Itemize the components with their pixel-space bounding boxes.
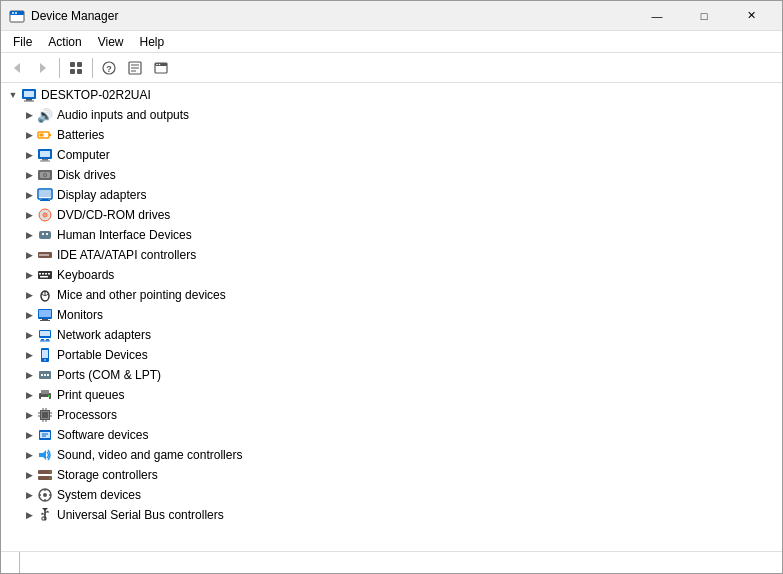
content-area[interactable]: ▼ DESKTOP-02R2UAI ▶ 🔊 Audio input — [1, 83, 782, 551]
list-item[interactable]: ▶ System devices — [1, 485, 782, 505]
menu-action[interactable]: Action — [40, 31, 89, 53]
list-item[interactable]: ▶ Human Interface Devices — [1, 225, 782, 245]
svg-rect-26 — [49, 134, 51, 136]
list-item[interactable]: ▶ Batteries — [1, 125, 782, 145]
label-7: IDE ATA/ATAPI controllers — [57, 248, 196, 262]
list-item[interactable]: ▶ Storage controllers — [1, 465, 782, 485]
icon-audio: 🔊 — [37, 107, 53, 123]
toggle-3[interactable]: ▶ — [21, 167, 37, 183]
icon-monitor — [37, 307, 53, 323]
svg-rect-71 — [42, 350, 48, 358]
list-item[interactable]: ▶ Print queues — [1, 385, 782, 405]
list-item[interactable]: ▶ Portable Devices — [1, 345, 782, 365]
toggle-20[interactable]: ▶ — [21, 507, 37, 523]
toggle-6[interactable]: ▶ — [21, 227, 37, 243]
toggle-8[interactable]: ▶ — [21, 267, 37, 283]
list-item[interactable]: ▶ Mice and other pointing devices — [1, 285, 782, 305]
toggle-12[interactable]: ▶ — [21, 347, 37, 363]
svg-rect-22 — [26, 99, 32, 101]
toggle-4[interactable]: ▶ — [21, 187, 37, 203]
console-button[interactable] — [149, 56, 173, 80]
toggle-2[interactable]: ▶ — [21, 147, 37, 163]
toggle-10[interactable]: ▶ — [21, 307, 37, 323]
list-item[interactable]: ▶ Monitors — [1, 305, 782, 325]
show-all-button[interactable] — [64, 56, 88, 80]
status-bar — [1, 551, 782, 573]
menu-help[interactable]: Help — [132, 31, 173, 53]
svg-rect-57 — [40, 276, 48, 278]
svg-rect-37 — [39, 190, 51, 197]
toggle-15[interactable]: ▶ — [21, 407, 37, 423]
menu-view[interactable]: View — [90, 31, 132, 53]
svg-rect-6 — [70, 62, 75, 67]
properties-button[interactable] — [123, 56, 147, 80]
toggle-7[interactable]: ▶ — [21, 247, 37, 263]
label-4: Display adapters — [57, 188, 146, 202]
list-item[interactable]: ▶ Process — [1, 405, 782, 425]
svg-rect-45 — [46, 233, 48, 235]
svg-rect-53 — [39, 273, 41, 275]
svg-rect-55 — [45, 273, 47, 275]
toggle-11[interactable]: ▶ — [21, 327, 37, 343]
svg-rect-75 — [44, 374, 46, 376]
toggle-16[interactable]: ▶ — [21, 427, 37, 443]
svg-text:🔊: 🔊 — [37, 107, 53, 123]
label-15: Processors — [57, 408, 117, 422]
icon-hid — [37, 227, 53, 243]
icon-ports — [37, 367, 53, 383]
tree-root[interactable]: ▼ DESKTOP-02R2UAI — [1, 85, 782, 105]
label-20: Universal Serial Bus controllers — [57, 508, 224, 522]
toggle-19[interactable]: ▶ — [21, 487, 37, 503]
toolbar-separator-1 — [59, 58, 60, 78]
toggle-9[interactable]: ▶ — [21, 287, 37, 303]
status-text — [7, 552, 20, 573]
list-item[interactable]: ▶ Universal Serial Bus controllers — [1, 505, 782, 525]
list-item[interactable]: ▶ Computer — [1, 145, 782, 165]
list-item[interactable]: ▶ IDE ATA/ATAPI controllers — [1, 245, 782, 265]
svg-rect-83 — [42, 412, 48, 418]
icon-disk — [37, 167, 53, 183]
label-19: System devices — [57, 488, 141, 502]
label-0: Audio inputs and outputs — [57, 108, 189, 122]
list-item[interactable]: ▶ 🔊 Audio inputs and outputs — [1, 105, 782, 125]
toggle-18[interactable]: ▶ — [21, 467, 37, 483]
list-item[interactable]: ▶ Software devices — [1, 425, 782, 445]
maximize-button[interactable]: □ — [681, 1, 727, 31]
list-item[interactable]: ▶ DVD/CD-ROM drives — [1, 205, 782, 225]
list-item[interactable]: ▶ Ports (COM & LPT) — [1, 365, 782, 385]
svg-rect-23 — [24, 101, 34, 102]
forward-button[interactable] — [31, 56, 55, 80]
toggle-13[interactable]: ▶ — [21, 367, 37, 383]
menu-file[interactable]: File — [5, 31, 40, 53]
back-button[interactable] — [5, 56, 29, 80]
icon-usb — [37, 507, 53, 523]
svg-marker-108 — [42, 508, 48, 511]
label-14: Print queues — [57, 388, 124, 402]
toggle-0[interactable]: ▶ — [21, 107, 37, 123]
list-item[interactable]: ▶ Sound, video and game controllers — [1, 445, 782, 465]
label-9: Mice and other pointing devices — [57, 288, 226, 302]
list-item[interactable]: ▶ Disk drives — [1, 165, 782, 185]
toggle-5[interactable]: ▶ — [21, 207, 37, 223]
svg-marker-4 — [14, 63, 20, 73]
toggle-17[interactable]: ▶ — [21, 447, 37, 463]
label-5: DVD/CD-ROM drives — [57, 208, 170, 222]
list-item[interactable]: ▶ Network adapters — [1, 325, 782, 345]
svg-marker-5 — [40, 63, 46, 73]
root-toggle[interactable]: ▼ — [5, 87, 21, 103]
close-button[interactable]: ✕ — [728, 1, 774, 31]
svg-rect-7 — [77, 62, 82, 67]
list-item[interactable]: ▶ Keyboards — [1, 265, 782, 285]
list-item[interactable]: ▶ Display adapters — [1, 185, 782, 205]
toggle-14[interactable]: ▶ — [21, 387, 37, 403]
svg-rect-39 — [40, 200, 50, 201]
toggle-1[interactable]: ▶ — [21, 127, 37, 143]
svg-rect-63 — [42, 319, 48, 320]
label-1: Batteries — [57, 128, 104, 142]
svg-rect-67 — [41, 339, 44, 341]
label-10: Monitors — [57, 308, 103, 322]
title-bar: Device Manager — □ ✕ — [1, 1, 782, 31]
svg-rect-29 — [40, 151, 50, 157]
minimize-button[interactable]: — — [634, 1, 680, 31]
help-button[interactable]: ? — [97, 56, 121, 80]
